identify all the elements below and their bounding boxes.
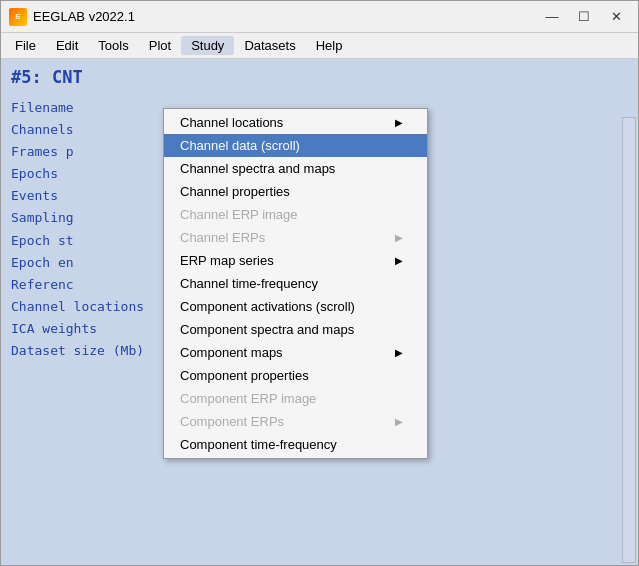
- submenu-arrow-erp-map-series: ▶: [395, 255, 403, 266]
- submenu-arrow-channel-locations: ▶: [395, 117, 403, 128]
- menu-erp-map-series[interactable]: ERP map series ▶: [164, 249, 427, 272]
- menu-component-time-frequency[interactable]: Component time-frequency: [164, 433, 427, 456]
- window-controls: — ☐ ✕: [538, 6, 630, 28]
- label-epoch-st: Epoch st: [11, 230, 171, 252]
- label-events: Events: [11, 185, 171, 207]
- menu-component-erps: Component ERPs ▶: [164, 410, 427, 433]
- label-sampling: Sampling: [11, 207, 171, 229]
- menu-file[interactable]: File: [5, 36, 46, 55]
- dropdown-menu-container: Channel locations ▶ Channel data (scroll…: [163, 108, 428, 459]
- main-window: E EEGLAB v2022.1 — ☐ ✕ File Edit Tools P…: [0, 0, 639, 566]
- menubar: File Edit Tools Plot Study Datasets Help: [1, 33, 638, 59]
- menu-component-properties[interactable]: Component properties: [164, 364, 427, 387]
- window-title: EEGLAB v2022.1: [33, 9, 538, 24]
- menu-channel-spectra-maps[interactable]: Channel spectra and maps: [164, 157, 427, 180]
- label-dataset-size: Dataset size (Mb): [11, 340, 171, 362]
- menu-plot[interactable]: Plot: [139, 36, 181, 55]
- titlebar: E EEGLAB v2022.1 — ☐ ✕: [1, 1, 638, 33]
- submenu-arrow-channel-erps: ▶: [395, 232, 403, 243]
- menu-channel-time-frequency[interactable]: Channel time-frequency: [164, 272, 427, 295]
- plot-dropdown: Channel locations ▶ Channel data (scroll…: [163, 108, 428, 459]
- menu-channel-locations[interactable]: Channel locations ▶: [164, 111, 427, 134]
- submenu-arrow-component-erps: ▶: [395, 416, 403, 427]
- label-channels: Channels: [11, 119, 171, 141]
- menu-help[interactable]: Help: [306, 36, 353, 55]
- eeglab-logo: E: [9, 8, 27, 26]
- minimize-button[interactable]: —: [538, 6, 566, 28]
- menu-component-spectra-maps[interactable]: Component spectra and maps: [164, 318, 427, 341]
- label-channel-loc: Channel locations: [11, 296, 171, 318]
- maximize-button[interactable]: ☐: [570, 6, 598, 28]
- label-frames: Frames p: [11, 141, 171, 163]
- menu-component-maps[interactable]: Component maps ▶: [164, 341, 427, 364]
- label-epoch-en: Epoch en: [11, 252, 171, 274]
- label-filename: Filename: [11, 97, 171, 119]
- close-button[interactable]: ✕: [602, 6, 630, 28]
- menu-study[interactable]: Study: [181, 36, 234, 55]
- main-content: #5: CNT Filename Channels Frames p Epoch…: [1, 59, 638, 565]
- scrollbar[interactable]: [622, 117, 636, 563]
- label-reference: Referenc: [11, 274, 171, 296]
- menu-edit[interactable]: Edit: [46, 36, 88, 55]
- menu-component-erp-image: Component ERP image: [164, 387, 427, 410]
- menu-tools[interactable]: Tools: [88, 36, 138, 55]
- menu-component-activations-scroll[interactable]: Component activations (scroll): [164, 295, 427, 318]
- menu-channel-erp-image: Channel ERP image: [164, 203, 427, 226]
- menu-channel-data-scroll[interactable]: Channel data (scroll): [164, 134, 427, 157]
- submenu-arrow-component-maps: ▶: [395, 347, 403, 358]
- dataset-title: #5: CNT: [11, 67, 628, 87]
- menu-channel-erps: Channel ERPs ▶: [164, 226, 427, 249]
- menu-datasets[interactable]: Datasets: [234, 36, 305, 55]
- menu-channel-properties[interactable]: Channel properties: [164, 180, 427, 203]
- label-epochs: Epochs: [11, 163, 171, 185]
- label-ica: ICA weights: [11, 318, 171, 340]
- app-icon: E: [9, 8, 27, 26]
